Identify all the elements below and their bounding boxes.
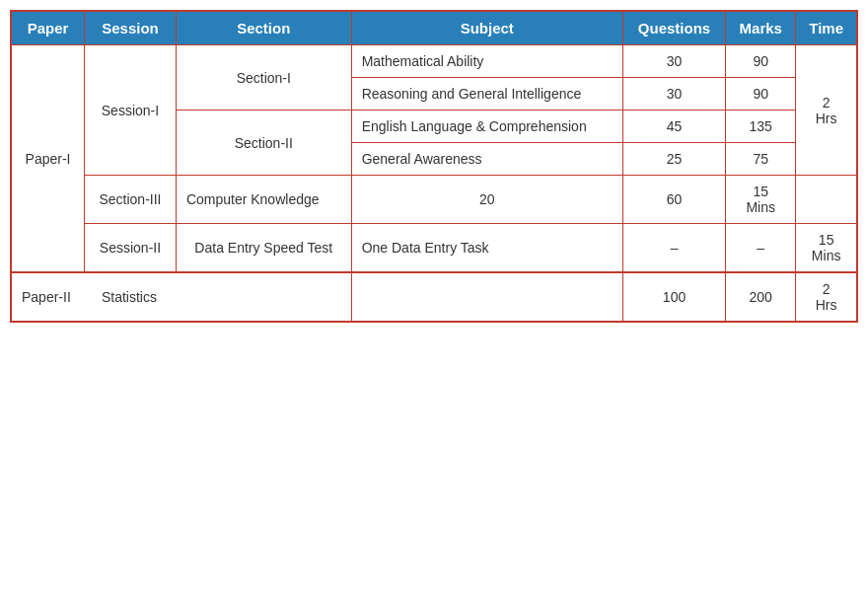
header-questions: Questions [622,11,725,45]
cell-section-2: Section-II [176,111,351,176]
cell-subject-4: General Awareness [351,143,622,176]
cell-time-1: 2Hrs [796,45,857,176]
exam-table: Paper Session Section Subject Questions … [10,10,858,323]
header-time: Time [796,11,857,45]
cell-section-3: Section-III [85,176,177,224]
cell-session-1: Session-I [85,45,177,176]
header-paper: Paper [11,11,85,45]
cell-marks-1: 90 [726,45,796,78]
cell-section-1: Section-I [176,45,351,111]
cell-time-6: 15Mins [796,224,857,273]
paper-ii-label: Paper-II [22,289,71,305]
cell-session-2: Session-II [85,224,177,273]
cell-marks-3: 135 [726,111,796,143]
table-row: Paper-II Statistics 100 200 2Hrs [11,272,857,322]
cell-subject-1: Mathematical Ability [351,45,622,78]
header-section: Section [176,11,351,45]
cell-questions-5: 20 [351,176,622,224]
cell-subject-7 [351,272,622,322]
cell-questions-3: 45 [622,111,725,143]
cell-subject-2: Reasoning and General Intelligence [351,78,622,111]
cell-subject-3: English Language & Comprehension [351,111,622,143]
cell-time-5: 15Mins [726,176,796,224]
cell-paper-2: Paper-II Statistics [11,272,351,322]
cell-section-4: Data Entry Speed Test [176,224,351,273]
table-row: Section-III Computer Knowledge 20 60 15M… [11,176,857,224]
statistics-label: Statistics [102,289,157,305]
header-session: Session [85,11,177,45]
cell-questions-2: 30 [622,78,725,111]
cell-marks-2: 90 [726,78,796,111]
cell-marks-4: 75 [726,143,796,176]
cell-questions-1: 30 [622,45,725,78]
exam-table-wrapper: Paper Session Section Subject Questions … [10,10,858,323]
table-row: Paper-I Session-I Section-I Mathematical… [11,45,857,78]
header-subject: Subject [351,11,622,45]
cell-time-7: 2Hrs [796,272,857,322]
cell-marks-6: – [726,224,796,273]
header-marks: Marks [726,11,796,45]
cell-marks-7: 200 [726,272,796,322]
cell-questions-4: 25 [622,143,725,176]
table-row: Session-II Data Entry Speed Test One Dat… [11,224,857,273]
cell-paper-1: Paper-I [11,45,85,273]
cell-subject-5: Computer Knowledge [176,176,351,224]
cell-subject-6: One Data Entry Task [351,224,622,273]
cell-questions-6: – [622,224,725,273]
cell-marks-5: 60 [622,176,725,224]
cell-questions-7: 100 [622,272,725,322]
